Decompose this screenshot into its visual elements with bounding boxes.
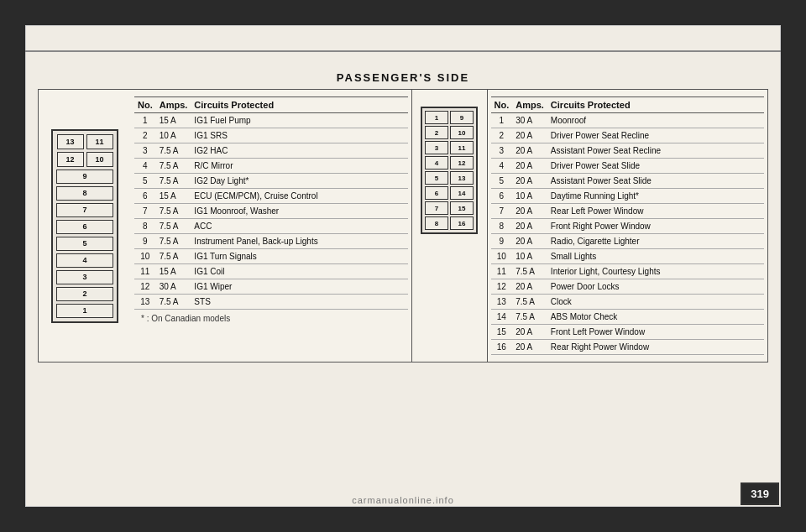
cell-no: 6 xyxy=(491,189,513,204)
col-header-amps: Amps. xyxy=(512,97,547,113)
cell-amps: 10 A xyxy=(512,249,547,264)
cell-no: 8 xyxy=(491,219,513,234)
fuse-cell-8: 8 xyxy=(425,216,448,230)
left-fuse-box: 13 11 12 10 9 8 7 6 xyxy=(51,129,118,323)
cell-circuit: IG1 Coil xyxy=(191,264,407,279)
table-row: 11 15 A IG1 Coil xyxy=(134,264,408,279)
fuse-cell-13: 13 xyxy=(57,134,84,149)
middle-fuse-box: 1 9 2 10 3 11 4 12 5 13 xyxy=(421,107,478,234)
cell-circuit: IG1 SRS xyxy=(191,128,407,143)
cell-no: 11 xyxy=(134,264,156,279)
table-row: 7 20 A Rear Left Power Window xyxy=(491,204,765,219)
cell-amps: 7.5 A xyxy=(156,159,191,174)
cell-amps: 20 A xyxy=(512,325,547,340)
cell-no: 7 xyxy=(134,204,156,219)
section-title: PASSENGER'S SIDE xyxy=(337,71,469,84)
cell-amps: 15 A xyxy=(156,113,191,128)
fuse-cell-9: 9 xyxy=(450,111,474,124)
cell-circuit: Front Left Power Window xyxy=(547,325,764,340)
watermark: carmanualonline.info xyxy=(352,495,454,505)
cell-no: 5 xyxy=(134,174,156,189)
fuse-cell-10: 10 xyxy=(86,152,113,167)
content-area: PASSENGER'S SIDE 13 11 12 10 9 8 xyxy=(25,71,781,490)
cell-circuit: IG1 Fuel Pump xyxy=(191,113,407,128)
fuse-row: 4 xyxy=(56,253,113,268)
cell-amps: 30 A xyxy=(512,113,547,128)
cell-no: 10 xyxy=(491,249,513,264)
fuse-cell-7: 7 xyxy=(425,201,448,215)
cell-no: 2 xyxy=(134,128,156,143)
table-row: 7 7.5 A IG1 Moonroof, Washer xyxy=(134,204,408,219)
cell-no: 8 xyxy=(134,219,156,234)
cell-no: 4 xyxy=(134,159,156,174)
fuse-cell-7: 7 xyxy=(56,203,113,217)
fuse-cell-4: 4 xyxy=(425,156,448,170)
table-row: 9 20 A Radio, Cigarette Lighter xyxy=(491,234,765,249)
cell-amps: 7.5 A xyxy=(156,234,191,249)
fuse-row: 9 xyxy=(56,170,113,184)
fuse-cell-10: 10 xyxy=(450,126,474,139)
cell-circuit: Clock xyxy=(547,295,764,310)
table-row: 1 30 A Moonroof xyxy=(491,113,765,128)
cell-circuit: ABS Motor Check xyxy=(547,310,764,325)
col-header-circuits: Circuits Protected xyxy=(547,97,764,113)
cell-circuit: ACC xyxy=(191,219,407,234)
table-row: 6 10 A Daytime Running Light* xyxy=(491,189,765,204)
cell-no: 9 xyxy=(134,234,156,249)
left-fuse-table: No. Amps. Circuits Protected 1 15 A IG1 … xyxy=(134,96,408,310)
col-header-no: No. xyxy=(491,97,513,113)
cell-circuit: Driver Power Seat Slide xyxy=(547,159,764,174)
table-row: 13 7.5 A Clock xyxy=(491,295,765,310)
cell-amps: 20 A xyxy=(512,279,547,295)
fuse-cell-14: 14 xyxy=(450,186,474,200)
cell-amps: 20 A xyxy=(512,143,547,159)
fuse-cell-16: 16 xyxy=(450,216,474,230)
cell-amps: 7.5 A xyxy=(512,310,547,325)
cell-no: 14 xyxy=(491,310,513,325)
cell-no: 4 xyxy=(491,159,513,174)
cell-no: 12 xyxy=(491,279,513,295)
fuse-row: 12 10 xyxy=(56,152,113,167)
table-row: 8 7.5 A ACC xyxy=(134,219,408,234)
cell-no: 3 xyxy=(491,143,513,159)
cell-no: 9 xyxy=(491,234,513,249)
cell-no: 5 xyxy=(491,174,513,189)
fuse-cell-4: 4 xyxy=(56,253,113,268)
cell-amps: 10 A xyxy=(156,128,191,143)
cell-no: 6 xyxy=(134,189,156,204)
table-row: 4 20 A Driver Power Seat Slide xyxy=(491,159,765,174)
cell-amps: 20 A xyxy=(512,159,547,174)
cell-amps: 20 A xyxy=(512,128,547,143)
cell-circuit: Interior Light, Courtesy Lights xyxy=(547,264,764,279)
cell-amps: 15 A xyxy=(156,189,191,204)
cell-no: 7 xyxy=(491,204,513,219)
cell-no: 1 xyxy=(491,113,513,128)
cell-no: 1 xyxy=(134,113,156,128)
table-row: 1 15 A IG1 Fuel Pump xyxy=(134,113,408,128)
fuse-row: 5 13 xyxy=(425,171,474,185)
table-row: 16 20 A Rear Right Power Window xyxy=(491,340,765,355)
fuse-cell-15: 15 xyxy=(450,201,474,215)
cell-circuit: Rear Right Power Window xyxy=(547,340,764,355)
cell-no: 2 xyxy=(491,128,513,143)
fuse-row: 6 14 xyxy=(425,186,474,200)
cell-amps: 20 A xyxy=(512,204,547,219)
fuse-cell-9: 9 xyxy=(56,170,113,184)
cell-no: 15 xyxy=(491,325,513,340)
cell-circuit: IG1 Moonroof, Washer xyxy=(191,204,407,219)
top-divider xyxy=(25,50,781,52)
cell-circuit: R/C Mirror xyxy=(191,159,407,174)
fuse-cell-3: 3 xyxy=(56,270,113,284)
table-row: 13 7.5 A STS xyxy=(134,295,408,310)
table-row: 12 30 A IG1 Wiper xyxy=(134,279,408,295)
cell-amps: 7.5 A xyxy=(512,264,547,279)
left-fuse-diagram: 13 11 12 10 9 8 7 6 xyxy=(39,90,131,362)
table-row: 3 20 A Assistant Power Seat Recline xyxy=(491,143,765,159)
left-table-section: No. Amps. Circuits Protected 1 15 A IG1 … xyxy=(131,90,412,362)
table-row: 2 10 A IG1 SRS xyxy=(134,128,408,143)
cell-amps: 7.5 A xyxy=(156,143,191,159)
fuse-cell-12: 12 xyxy=(450,156,474,170)
cell-amps: 7.5 A xyxy=(156,219,191,234)
fuse-row: 3 11 xyxy=(425,141,474,154)
table-row: 11 7.5 A Interior Light, Courtesy Lights xyxy=(491,264,765,279)
